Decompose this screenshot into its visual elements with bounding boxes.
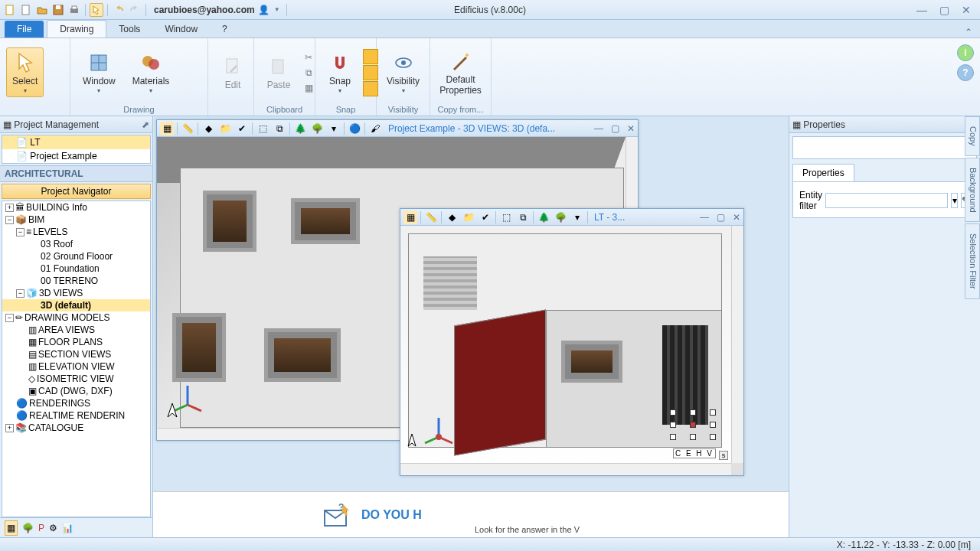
- bottom-icon-1[interactable]: ▦: [5, 520, 18, 536]
- doc2-minimize-icon[interactable]: —: [700, 212, 709, 223]
- tb-mat-icon[interactable]: ◆: [201, 122, 215, 135]
- horizontal-scrollbar-2[interactable]: [400, 463, 731, 475]
- select-button[interactable]: Select ▾: [6, 47, 44, 96]
- tb2-layers-icon[interactable]: ▦: [403, 210, 417, 224]
- bottom-icon-4[interactable]: ⚙: [49, 523, 57, 533]
- tb2-ruler-icon[interactable]: 📏: [424, 210, 438, 224]
- bottom-icon-5[interactable]: 📊: [62, 523, 74, 533]
- default-properties-button[interactable]: Default Properties: [436, 46, 485, 98]
- window-button[interactable]: Window ▾: [77, 47, 122, 96]
- tree-cad[interactable]: ▣ CAD (DWG, DXF): [2, 385, 150, 397]
- tree-levels[interactable]: − ≡ LEVELS: [2, 226, 150, 238]
- tab-tools[interactable]: Tools: [106, 21, 152, 37]
- doc-minimize-icon[interactable]: —: [594, 123, 603, 134]
- tb-layers-icon[interactable]: ▦: [160, 122, 174, 135]
- help-button[interactable]: ?: [957, 64, 974, 81]
- bottom-icon-2[interactable]: 🌳: [22, 523, 34, 533]
- doc2-close-icon[interactable]: ✕: [733, 212, 740, 223]
- tree-level-02[interactable]: 02 Ground Flooor: [2, 250, 150, 262]
- tb-folder-icon[interactable]: 📁: [218, 122, 232, 135]
- tb2-drop-icon[interactable]: ▾: [570, 210, 584, 224]
- tb-ruler-icon[interactable]: 📏: [181, 122, 194, 135]
- tb-drop-icon[interactable]: ▾: [327, 122, 341, 135]
- close-icon[interactable]: ✕: [962, 4, 971, 16]
- bottom-icon-3[interactable]: P: [38, 523, 44, 533]
- ribbon-collapse-icon[interactable]: ⌃: [965, 27, 972, 37]
- entity-filter-dropdown-icon[interactable]: ▾: [951, 193, 958, 208]
- tb2-check-icon[interactable]: ✔: [479, 210, 492, 224]
- tb2-box-icon[interactable]: ⬚: [499, 210, 513, 224]
- qat-open-icon[interactable]: [35, 3, 49, 17]
- tree-level-01[interactable]: 01 Foundation: [2, 262, 150, 275]
- qat-new-icon[interactable]: [3, 3, 17, 17]
- tb2-tree-icon[interactable]: 🌲: [537, 210, 550, 224]
- tb-box-icon[interactable]: ⬚: [256, 122, 270, 135]
- tb2-bush-icon[interactable]: 🌳: [554, 210, 567, 224]
- materials-button[interactable]: Materials ▾: [126, 47, 176, 96]
- tb2-copy-icon[interactable]: ⧉: [516, 210, 530, 224]
- tb-tree-icon[interactable]: 🌲: [293, 122, 307, 135]
- side-tab-background[interactable]: Background: [965, 158, 980, 223]
- svg-rect-3: [56, 5, 60, 9]
- qat-save-icon[interactable]: [51, 3, 65, 17]
- tb-copy-icon[interactable]: ⧉: [273, 122, 286, 135]
- qat-new2-icon[interactable]: [19, 3, 33, 17]
- copy-icon: ⧉: [302, 66, 315, 80]
- tree-realtime[interactable]: 🔵 REALTIME RENDERIN: [2, 409, 150, 422]
- tree-catalogue[interactable]: + 📚 CATALOGUE: [2, 422, 150, 434]
- snap-opt2-icon[interactable]: [363, 65, 378, 80]
- side-tab-selection-filter[interactable]: Selection Filter: [965, 223, 980, 299]
- tb2-mat-icon[interactable]: ◆: [445, 210, 459, 224]
- architectural-header: ARCHITECTURAL: [0, 165, 152, 182]
- doc2-maximize-icon[interactable]: ▢: [717, 212, 725, 223]
- qat-pointer-icon[interactable]: [90, 3, 103, 17]
- tree-drawing-models[interactable]: − ✏ DRAWING MODELS: [2, 311, 150, 324]
- tab-drawing[interactable]: Drawing: [47, 20, 106, 37]
- tab-window[interactable]: Window: [152, 21, 210, 37]
- pin-icon[interactable]: ⬈: [142, 119, 149, 130]
- tb-brush-icon[interactable]: 🖌: [368, 122, 382, 135]
- tree-elevation-view[interactable]: ▥ ELEVATION VIEW: [2, 360, 150, 373]
- snap-s-icon[interactable]: s: [719, 451, 728, 460]
- tree-building-info[interactable]: + 🏛 BUILDING Info: [2, 201, 150, 214]
- snap-opt3-icon[interactable]: [363, 81, 378, 96]
- project-item-example[interactable]: 📄 Project Example: [2, 149, 150, 163]
- user-dropdown-icon[interactable]: ▼: [274, 6, 280, 13]
- tree-bim[interactable]: − 📦 BIM: [2, 214, 150, 226]
- tb-globe-icon[interactable]: 🔵: [348, 122, 361, 135]
- doc-close-icon[interactable]: ✕: [627, 123, 635, 134]
- secondary-3d-viewport[interactable]: C E H V s: [400, 226, 743, 475]
- tab-help[interactable]: ?: [210, 21, 240, 37]
- minimize-icon[interactable]: —: [916, 4, 927, 16]
- tb2-folder-icon[interactable]: 📁: [462, 210, 475, 224]
- tree-level-03[interactable]: 03 Roof: [2, 238, 150, 250]
- tb-bush-icon[interactable]: 🌳: [310, 122, 324, 135]
- project-item-lt[interactable]: 📄 LT: [2, 135, 150, 149]
- doc-maximize-icon[interactable]: ▢: [611, 123, 619, 134]
- snap-button[interactable]: Snap ▾: [322, 47, 358, 96]
- tree-renderings[interactable]: 🔵 RENDERINGS: [2, 397, 150, 409]
- tree-isometric-view[interactable]: ◇ ISOMETRIC VIEW: [2, 373, 150, 385]
- tree-level-00[interactable]: 00 TERRENO: [2, 275, 150, 287]
- vertical-scrollbar-2[interactable]: [731, 226, 743, 463]
- cehv-badge[interactable]: C E H V: [673, 448, 716, 458]
- tree-area-views[interactable]: ▥ AREA VIEWS: [2, 324, 150, 336]
- maximize-icon[interactable]: ▢: [939, 4, 949, 16]
- qat-redo-icon[interactable]: [128, 3, 142, 17]
- snap-opt1-icon[interactable]: [363, 49, 378, 64]
- entity-filter-input[interactable]: [825, 193, 948, 208]
- side-tab-copy[interactable]: Copy: [965, 116, 980, 156]
- tree-3dviews[interactable]: − 🧊 3D VIEWS: [2, 287, 150, 299]
- selection-widget[interactable]: [670, 409, 716, 440]
- tree-3d-default[interactable]: 3D (default): [2, 299, 150, 311]
- visibility-button[interactable]: Visibility ▾: [383, 47, 423, 96]
- qat-undo-icon[interactable]: [112, 3, 126, 17]
- properties-tab[interactable]: Properties: [792, 164, 854, 181]
- tree-floor-plans[interactable]: ▦ FLOOR PLANS: [2, 336, 150, 348]
- file-tab[interactable]: File: [5, 21, 44, 37]
- project-navigator-header[interactable]: Project Navigator: [2, 184, 151, 199]
- info-button[interactable]: i: [957, 44, 974, 61]
- qat-print-icon[interactable]: [67, 3, 81, 17]
- tb-check-icon[interactable]: ✔: [235, 122, 249, 135]
- tree-section-views[interactable]: ▤ SECTION VIEWS: [2, 348, 150, 360]
